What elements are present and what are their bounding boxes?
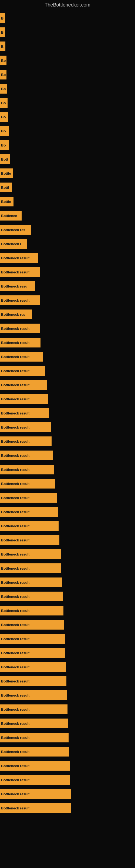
bar-label: Bottleneck result: [1, 270, 30, 274]
bar-label: Bottleneck result: [1, 581, 30, 585]
bar-label: Bottleneck result: [1, 510, 30, 514]
bar-row: Bo: [0, 67, 135, 82]
bar-label: Bottleneck result: [1, 383, 30, 387]
bar-label: Bottlenec: [1, 214, 17, 218]
bar: Bottleneck result: [0, 507, 58, 517]
bar: Bottleneck result: [0, 535, 59, 545]
bar: Bottleneck result: [0, 718, 68, 728]
bar-row: Bottleneck result: [0, 251, 135, 265]
bar: Bottleneck result: [0, 479, 55, 489]
bar-label: Bottleneck result: [1, 538, 30, 542]
bar: Bottlenec: [0, 211, 21, 220]
bar: Bottleneck result: [0, 253, 38, 263]
bar-row: Bottleneck result: [0, 265, 135, 279]
bar-label: Bottleneck result: [1, 524, 30, 528]
bar-row: Bottleneck result: [0, 646, 135, 660]
bar-label: Bottleneck result: [1, 369, 30, 373]
bar-label: Bottleneck result: [1, 552, 30, 556]
bar-label: Bottleneck result: [1, 439, 30, 443]
bar: Bottle: [0, 197, 13, 207]
bar-row: Bottleneck result: [0, 618, 135, 632]
bar-row: Bottleneck result: [0, 378, 135, 392]
bar-label: Bottle: [1, 172, 11, 176]
bar: Bottleneck result: [0, 620, 64, 629]
bar-label: Bottleneck result: [1, 609, 30, 613]
bar: Bottleneck result: [0, 606, 63, 616]
bar-label: Bottleneck result: [1, 411, 30, 415]
bar-label: Bottleneck r: [1, 242, 21, 246]
bar: Bottleneck result: [0, 648, 65, 658]
bar-row: Bottleneck result: [0, 759, 135, 773]
bar-row: Bottleneck result: [0, 745, 135, 759]
bar: Bottleneck result: [0, 338, 41, 347]
bar-row: Bottlenec: [0, 209, 135, 223]
bar-row: Bottleneck result: [0, 350, 135, 364]
bar-label: Bottleneck result: [1, 750, 30, 754]
bar-row: Bottleneck result: [0, 688, 135, 702]
bar: Bottleneck res: [0, 225, 31, 235]
bar-label: Bottleneck result: [1, 425, 30, 429]
bar-row: Bott: [0, 152, 135, 166]
bar-label: Bottleneck result: [1, 482, 30, 486]
bar-row: Bottleneck result: [0, 603, 135, 618]
bar-row: Bottleneck result: [0, 731, 135, 745]
bar: Bottleneck result: [0, 634, 65, 644]
bar-label: Bottleneck result: [1, 637, 30, 641]
bar-label: Bottleneck result: [1, 679, 30, 683]
bar: Bottleneck result: [0, 747, 69, 756]
bar-row: Bottleneck result: [0, 336, 135, 350]
bar: Bottleneck result: [0, 408, 49, 418]
bar: Bottleneck result: [0, 352, 43, 362]
bar: Bo: [0, 70, 6, 80]
bar: Bottleneck result: [0, 267, 40, 277]
bar-label: Bottleneck result: [1, 341, 30, 345]
bar-label: B: [1, 16, 3, 20]
bar-row: Bottleneck result: [0, 787, 135, 801]
bar-row: Bottleneck result: [0, 533, 135, 547]
bar: Bott: [0, 154, 10, 164]
bar-row: Bo: [0, 138, 135, 152]
bar: Bottleneck result: [0, 676, 66, 686]
bar-label: Bottleneck result: [1, 707, 30, 712]
bar-row: Bottleneck result: [0, 293, 135, 307]
bar: Bottleneck result: [0, 733, 69, 742]
bar: Bottleneck resu: [0, 281, 35, 291]
bar: Bo: [0, 126, 9, 136]
bar-row: Bottleneck result: [0, 519, 135, 533]
bar: Bottleneck result: [0, 578, 62, 587]
bar: Bottleneck result: [0, 521, 58, 531]
bar-label: Bo: [1, 73, 6, 77]
bar: Bottleneck result: [0, 549, 61, 559]
bar-label: Bottleneck result: [1, 806, 30, 810]
bar-label: Bottleneck result: [1, 327, 30, 331]
bar-label: B: [1, 44, 3, 49]
bar: Bottl: [0, 183, 12, 192]
bar: Bottleneck result: [0, 761, 70, 771]
bar-row: Bottleneck r: [0, 237, 135, 251]
bar-row: Bo: [0, 110, 135, 124]
bar-row: Bottleneck result: [0, 702, 135, 716]
bar: Bottleneck result: [0, 803, 71, 813]
bar: Bottleneck result: [0, 563, 61, 573]
bar-label: Bottleneck result: [1, 355, 30, 359]
bar: Bottleneck result: [0, 705, 68, 714]
bar: B: [0, 41, 5, 51]
bar-row: Bottle: [0, 194, 135, 209]
bar-row: Bottleneck result: [0, 364, 135, 378]
bar-row: B: [0, 11, 135, 25]
bar-label: Bo: [1, 87, 6, 91]
bar: Bottleneck result: [0, 296, 40, 305]
bar: Bottleneck result: [0, 690, 67, 700]
bar-label: Bottleneck result: [1, 496, 30, 500]
bar-label: Bottleneck result: [1, 792, 30, 796]
bar-row: Bottleneck result: [0, 420, 135, 434]
bar: Bo: [0, 56, 6, 65]
bar-row: Bo: [0, 82, 135, 96]
bar-row: Bottleneck result: [0, 575, 135, 589]
bars-container: BBBBoBoBoBoBoBoBoBottBottleBottlBottleBo…: [0, 11, 135, 820]
bar-label: Bottleneck result: [1, 595, 30, 599]
bar-label: Bottleneck result: [1, 468, 30, 472]
bar-row: Bottleneck result: [0, 674, 135, 688]
bar-label: Bottleneck result: [1, 764, 30, 768]
bar: Bottleneck result: [0, 394, 48, 404]
